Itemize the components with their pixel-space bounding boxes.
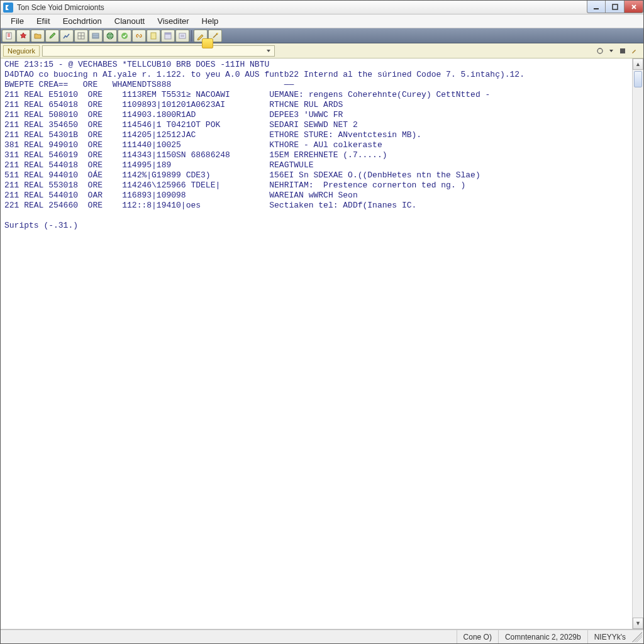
status-center: Cone O): [457, 630, 498, 643]
maximize-button[interactable]: [606, 1, 625, 13]
menu-visediter[interactable]: Visediter: [151, 14, 195, 28]
chevron-down-icon[interactable]: [264, 47, 273, 55]
layout-icon[interactable]: [161, 30, 175, 42]
sticky-note-icon[interactable]: [202, 38, 213, 48]
address-combo[interactable]: [42, 45, 275, 57]
minimize-button[interactable]: [587, 1, 606, 13]
window-title: Ton Scle Yoid Dmicroionts: [17, 3, 104, 12]
scroll-thumb[interactable]: [634, 71, 642, 87]
window-controls: [587, 1, 643, 13]
chart-icon[interactable]: [60, 30, 74, 42]
scroll-down-button[interactable]: ▼: [633, 618, 643, 629]
square-icon[interactable]: [618, 47, 627, 55]
menu-file[interactable]: File: [4, 14, 30, 28]
svg-rect-13: [620, 48, 625, 53]
sheet-icon[interactable]: [147, 30, 160, 42]
table-icon[interactable]: [89, 30, 103, 42]
svg-rect-4: [92, 33, 99, 38]
app-icon: [3, 3, 13, 13]
grid-icon[interactable]: [74, 30, 88, 42]
address-bar: Neguiork: [1, 43, 643, 58]
globe-icon[interactable]: [103, 30, 117, 42]
new-file-icon[interactable]: [2, 30, 16, 42]
status-bar: Cone O) Comntenanic 2, 2029b NIEYYk's: [1, 630, 643, 643]
scroll-up-button[interactable]: ▲: [633, 58, 643, 70]
svg-rect-7: [151, 33, 156, 39]
menu-edit[interactable]: Efiit: [30, 14, 57, 28]
app-window: Ton Scle Yoid Dmicroionts File Efiit Eoc…: [0, 0, 644, 644]
edit-icon[interactable]: [45, 30, 59, 42]
console-text: CHE 213:15 - @ VECHABES *TELLCUB10 BRB D…: [1, 58, 632, 629]
status-right1: Comntenanic 2, 2029b: [498, 630, 587, 643]
status-right2: NIEYYk's: [587, 630, 632, 643]
svg-rect-9: [165, 33, 171, 35]
chevron-down-icon[interactable]: [607, 47, 616, 55]
menu-clanoutt[interactable]: Clanoutt: [108, 14, 151, 28]
folder-icon[interactable]: [31, 30, 45, 42]
vertical-scrollbar[interactable]: ▲ ▼: [632, 58, 643, 629]
favorite-icon[interactable]: [16, 30, 30, 42]
svg-rect-0: [594, 8, 599, 9]
link-icon[interactable]: [132, 30, 146, 42]
toolbar-separator: [191, 30, 192, 42]
menu-help[interactable]: Help: [196, 14, 225, 28]
circle-icon[interactable]: [596, 47, 604, 55]
address-right-controls: [596, 47, 641, 55]
resize-grip[interactable]: [632, 632, 642, 642]
console-area: CHE 213:15 - @ VECHABES *TELLCUB10 BRB D…: [1, 58, 643, 630]
svg-point-12: [597, 48, 602, 53]
toolbar: [1, 28, 643, 43]
close-button[interactable]: [625, 1, 643, 13]
svg-rect-1: [613, 4, 618, 9]
brush-icon[interactable]: [630, 47, 638, 55]
menu-bar: File Efiit Eochdrtion Clanoutt Visediter…: [1, 14, 643, 28]
svg-point-11: [217, 33, 218, 34]
check-icon[interactable]: [118, 30, 131, 42]
title-bar: Ton Scle Yoid Dmicroionts: [1, 1, 643, 14]
form-icon[interactable]: [175, 30, 189, 42]
svg-rect-10: [179, 33, 186, 38]
address-label: Neguiork: [3, 45, 40, 57]
menu-eochdrtion[interactable]: Eochdrtion: [57, 14, 108, 28]
